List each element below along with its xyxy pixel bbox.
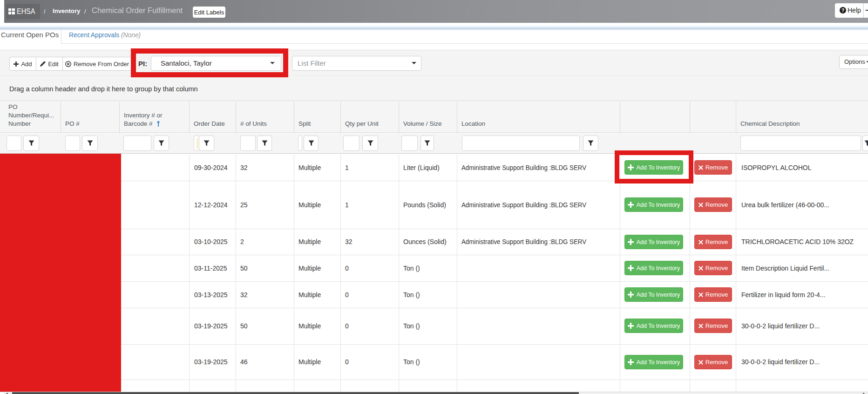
svg-text:?: ? xyxy=(841,7,845,13)
